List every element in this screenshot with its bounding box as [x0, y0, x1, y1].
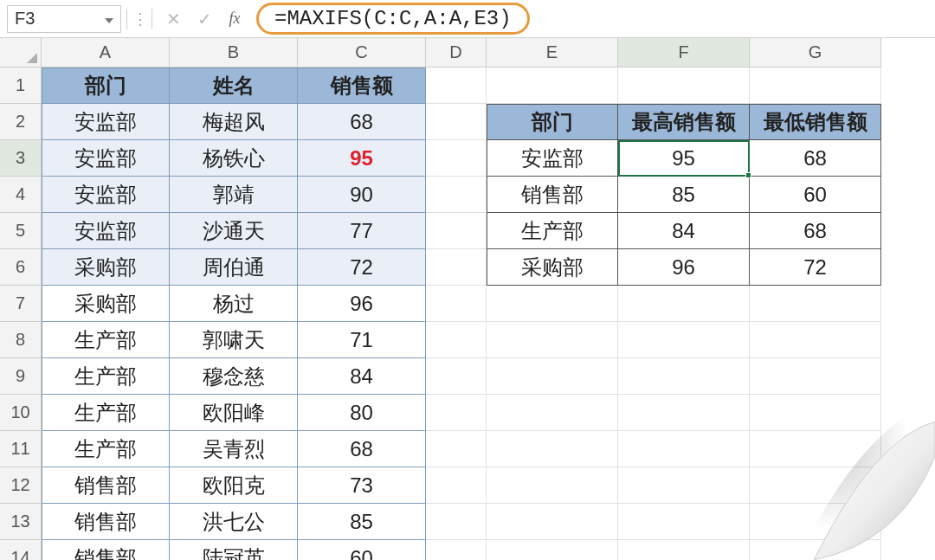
t1-cell-sales[interactable]: 73 — [298, 467, 426, 504]
cell-empty[interactable] — [750, 322, 881, 358]
t1-cell-name[interactable]: 郭靖 — [170, 177, 298, 213]
row-header-1[interactable]: 1 — [0, 68, 42, 104]
cell-empty[interactable] — [426, 177, 487, 213]
cell-empty[interactable] — [487, 286, 618, 322]
cell-empty[interactable] — [750, 395, 881, 431]
col-header-D[interactable]: D — [426, 38, 487, 68]
cell-empty[interactable] — [487, 358, 618, 395]
t2-cell-max[interactable]: 95 — [618, 140, 750, 177]
cell-empty[interactable] — [618, 504, 750, 540]
cell-empty[interactable] — [618, 68, 750, 104]
row-header-8[interactable]: 8 — [0, 322, 42, 358]
cell-empty[interactable] — [426, 249, 487, 286]
row-header-3[interactable]: 3 — [0, 140, 42, 177]
cell-empty[interactable] — [426, 68, 487, 104]
t2-header-min[interactable]: 最低销售额 — [750, 104, 881, 140]
t1-cell-dept[interactable]: 生产部 — [42, 322, 170, 358]
row-header-12[interactable]: 12 — [0, 467, 42, 504]
t1-cell-dept[interactable]: 销售部 — [42, 467, 170, 504]
cell-empty[interactable] — [487, 395, 618, 431]
expand-dots-icon[interactable]: ⋮ — [132, 10, 146, 29]
cell-empty[interactable] — [618, 467, 750, 504]
cell-empty[interactable] — [426, 322, 487, 358]
t2-header-dept[interactable]: 部门 — [487, 104, 618, 140]
select-all-corner[interactable] — [0, 38, 42, 68]
cell-empty[interactable] — [426, 431, 487, 467]
t1-cell-name[interactable]: 吴青烈 — [170, 431, 298, 467]
cell-empty[interactable] — [487, 68, 618, 104]
t1-cell-sales[interactable]: 68 — [298, 431, 426, 467]
cell-empty[interactable] — [618, 431, 750, 467]
t1-cell-dept[interactable]: 采购部 — [42, 249, 170, 286]
cell-empty[interactable] — [618, 358, 750, 395]
cell-empty[interactable] — [426, 213, 487, 249]
t1-cell-name[interactable]: 沙通天 — [170, 213, 298, 249]
t2-cell-dept[interactable]: 销售部 — [487, 177, 618, 213]
col-header-B[interactable]: B — [170, 38, 298, 68]
t1-cell-name[interactable]: 梅超风 — [170, 104, 298, 140]
cell-empty[interactable] — [750, 504, 881, 540]
cell-empty[interactable] — [487, 540, 618, 560]
cell-empty[interactable] — [487, 322, 618, 358]
t1-header-dept[interactable]: 部门 — [42, 68, 170, 104]
t1-cell-sales[interactable]: 68 — [298, 104, 426, 140]
cell-empty[interactable] — [618, 286, 750, 322]
t2-cell-max[interactable]: 84 — [618, 213, 750, 249]
row-header-6[interactable]: 6 — [0, 249, 42, 286]
cell-empty[interactable] — [426, 286, 487, 322]
t1-cell-dept[interactable]: 安监部 — [42, 213, 170, 249]
t1-cell-sales[interactable]: 95 — [298, 140, 426, 177]
t1-cell-dept[interactable]: 生产部 — [42, 358, 170, 395]
t1-cell-dept[interactable]: 销售部 — [42, 504, 170, 540]
t1-cell-name[interactable]: 杨铁心 — [170, 140, 298, 177]
cell-empty[interactable] — [750, 431, 881, 467]
t1-cell-sales[interactable]: 96 — [298, 286, 426, 322]
cell-empty[interactable] — [487, 504, 618, 540]
t1-cell-name[interactable]: 洪七公 — [170, 504, 298, 540]
t1-cell-dept[interactable]: 安监部 — [42, 177, 170, 213]
t2-cell-dept[interactable]: 安监部 — [487, 140, 618, 177]
worksheet-grid[interactable]: A B C D E F G 1部门姓名销售额2安监部梅超风68部门最高销售额最低… — [0, 38, 935, 560]
row-header-7[interactable]: 7 — [0, 286, 42, 322]
t2-cell-min[interactable]: 72 — [750, 249, 881, 286]
cell-empty[interactable] — [750, 68, 881, 104]
cell-empty[interactable] — [487, 467, 618, 504]
fx-icon[interactable]: fx — [220, 4, 249, 34]
t1-cell-sales[interactable]: 77 — [298, 213, 426, 249]
t1-cell-dept[interactable]: 采购部 — [42, 286, 170, 322]
cell-empty[interactable] — [426, 104, 487, 140]
t1-cell-name[interactable]: 穆念慈 — [170, 358, 298, 395]
col-header-C[interactable]: C — [298, 38, 426, 68]
formula-input[interactable]: =MAXIFS(C:C,A:A,E3) — [256, 3, 530, 35]
t1-cell-name[interactable]: 杨过 — [170, 286, 298, 322]
t1-cell-sales[interactable]: 85 — [298, 504, 426, 540]
t2-cell-max[interactable]: 85 — [618, 177, 750, 213]
t2-cell-max[interactable]: 96 — [618, 249, 750, 286]
t2-cell-dept[interactable]: 采购部 — [487, 249, 618, 286]
t1-header-sales[interactable]: 销售额 — [298, 68, 426, 104]
cancel-formula-icon[interactable]: ✕ — [158, 3, 189, 35]
row-header-5[interactable]: 5 — [0, 213, 42, 249]
cell-empty[interactable] — [750, 540, 881, 560]
t1-cell-dept[interactable]: 安监部 — [42, 140, 170, 177]
t1-cell-sales[interactable]: 71 — [298, 322, 426, 358]
t1-cell-name[interactable]: 周伯通 — [170, 249, 298, 286]
cell-empty[interactable] — [487, 431, 618, 467]
t1-cell-name[interactable]: 欧阳峰 — [170, 395, 298, 431]
row-header-11[interactable]: 11 — [0, 431, 42, 467]
cell-empty[interactable] — [618, 322, 750, 358]
t2-cell-min[interactable]: 68 — [750, 140, 881, 177]
t1-cell-sales[interactable]: 84 — [298, 358, 426, 395]
t1-cell-sales[interactable]: 90 — [298, 177, 426, 213]
cell-empty[interactable] — [426, 540, 487, 560]
t1-cell-dept[interactable]: 生产部 — [42, 431, 170, 467]
enter-formula-icon[interactable]: ✓ — [189, 3, 220, 35]
cell-empty[interactable] — [426, 395, 487, 431]
t1-cell-sales[interactable]: 60 — [298, 540, 426, 560]
cell-empty[interactable] — [750, 286, 881, 322]
col-header-G[interactable]: G — [750, 38, 881, 68]
cell-empty[interactable] — [426, 504, 487, 540]
t1-header-name[interactable]: 姓名 — [170, 68, 298, 104]
col-header-A[interactable]: A — [42, 38, 170, 68]
cell-empty[interactable] — [750, 467, 881, 504]
